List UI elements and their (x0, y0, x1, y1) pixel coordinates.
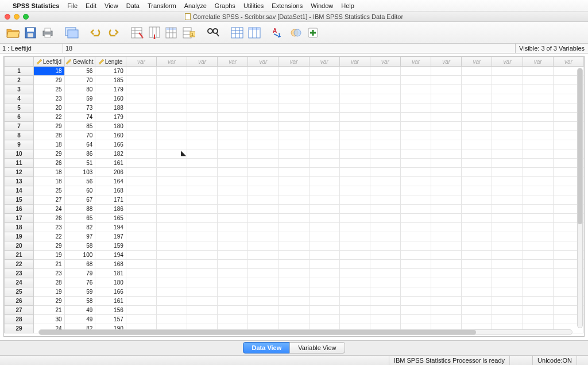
empty-column-header[interactable]: var (248, 57, 278, 67)
data-cell[interactable]: 21 (34, 260, 65, 269)
empty-cell[interactable] (126, 214, 156, 223)
empty-cell[interactable] (339, 177, 370, 186)
row-number[interactable]: 1 (5, 67, 34, 76)
row-number[interactable]: 8 (5, 131, 34, 140)
menu-window[interactable]: Window (311, 2, 333, 9)
empty-cell[interactable] (431, 315, 462, 324)
empty-cell[interactable] (156, 67, 187, 76)
data-cell[interactable]: 206 (95, 168, 126, 177)
empty-cell[interactable] (278, 122, 309, 131)
empty-cell[interactable] (248, 260, 278, 269)
empty-cell[interactable] (523, 297, 553, 306)
empty-cell[interactable] (218, 232, 248, 241)
empty-cell[interactable] (248, 287, 278, 297)
goto-variable-button[interactable] (147, 25, 162, 40)
empty-cell[interactable] (278, 214, 309, 223)
empty-cell[interactable] (339, 131, 370, 140)
empty-cell[interactable] (431, 287, 462, 297)
data-cell[interactable]: 25 (34, 85, 65, 94)
empty-cell[interactable] (492, 278, 523, 287)
row-number[interactable]: 25 (5, 287, 34, 297)
empty-cell[interactable] (278, 297, 309, 306)
empty-cell[interactable] (156, 260, 187, 269)
empty-cell[interactable] (278, 251, 309, 260)
empty-cell[interactable] (187, 186, 218, 195)
empty-cell[interactable] (523, 205, 553, 214)
empty-cell[interactable] (187, 251, 218, 260)
data-cell[interactable]: 24 (34, 205, 65, 214)
empty-cell[interactable] (218, 297, 248, 306)
empty-cell[interactable] (156, 287, 187, 297)
data-cell[interactable]: 29 (34, 122, 65, 131)
empty-cell[interactable] (401, 269, 431, 278)
empty-cell[interactable] (462, 269, 492, 278)
empty-cell[interactable] (126, 94, 156, 103)
empty-cell[interactable] (401, 205, 431, 214)
row-number[interactable]: 20 (5, 241, 34, 251)
empty-cell[interactable] (401, 149, 431, 159)
empty-column-header[interactable]: var (126, 57, 156, 67)
empty-cell[interactable] (278, 315, 309, 324)
empty-cell[interactable] (492, 297, 523, 306)
empty-cell[interactable] (492, 269, 523, 278)
empty-cell[interactable] (126, 315, 156, 324)
empty-cell[interactable] (248, 76, 278, 85)
empty-cell[interactable] (187, 149, 218, 159)
empty-cell[interactable] (278, 287, 309, 297)
empty-cell[interactable] (339, 149, 370, 159)
empty-cell[interactable] (218, 94, 248, 103)
empty-cell[interactable] (309, 241, 339, 251)
empty-cell[interactable] (218, 260, 248, 269)
empty-cell[interactable] (462, 241, 492, 251)
row-number[interactable]: 23 (5, 269, 34, 278)
empty-cell[interactable] (248, 251, 278, 260)
vertical-scrollbar[interactable] (577, 68, 583, 328)
empty-cell[interactable] (492, 94, 523, 103)
empty-cell[interactable] (339, 251, 370, 260)
data-cell[interactable]: 103 (64, 168, 95, 177)
empty-cell[interactable] (187, 195, 218, 205)
empty-cell[interactable] (462, 214, 492, 223)
empty-cell[interactable] (248, 315, 278, 324)
empty-cell[interactable] (401, 168, 431, 177)
empty-cell[interactable] (126, 205, 156, 214)
empty-cell[interactable] (309, 278, 339, 287)
empty-cell[interactable] (309, 195, 339, 205)
empty-column-header[interactable]: var (462, 57, 492, 67)
empty-cell[interactable] (187, 103, 218, 113)
row-number[interactable]: 21 (5, 251, 34, 260)
empty-cell[interactable] (156, 195, 187, 205)
empty-cell[interactable] (339, 315, 370, 324)
find-button[interactable] (206, 25, 220, 40)
empty-cell[interactable] (370, 94, 400, 103)
empty-cell[interactable] (218, 278, 248, 287)
empty-cell[interactable] (523, 315, 553, 324)
empty-cell[interactable] (218, 195, 248, 205)
empty-cell[interactable] (218, 76, 248, 85)
recall-dialog-button[interactable] (64, 25, 79, 40)
empty-cell[interactable] (309, 85, 339, 94)
empty-cell[interactable] (156, 140, 187, 149)
data-cell[interactable]: 68 (64, 260, 95, 269)
empty-cell[interactable] (278, 223, 309, 232)
empty-cell[interactable] (370, 278, 400, 287)
empty-cell[interactable] (187, 67, 218, 76)
data-cell[interactable]: 194 (95, 223, 126, 232)
empty-cell[interactable] (218, 214, 248, 223)
empty-cell[interactable] (523, 168, 553, 177)
empty-cell[interactable] (401, 85, 431, 94)
empty-cell[interactable] (248, 122, 278, 131)
empty-cell[interactable] (339, 195, 370, 205)
empty-cell[interactable] (401, 315, 431, 324)
empty-cell[interactable] (370, 122, 400, 131)
data-cell[interactable]: 29 (34, 241, 65, 251)
empty-cell[interactable] (156, 306, 187, 315)
data-cell[interactable]: 23 (34, 223, 65, 232)
empty-cell[interactable] (126, 177, 156, 186)
empty-cell[interactable] (492, 113, 523, 122)
empty-cell[interactable] (492, 67, 523, 76)
data-cell[interactable]: 170 (95, 67, 126, 76)
empty-cell[interactable] (248, 94, 278, 103)
empty-cell[interactable] (523, 103, 553, 113)
data-cell[interactable]: 171 (95, 195, 126, 205)
